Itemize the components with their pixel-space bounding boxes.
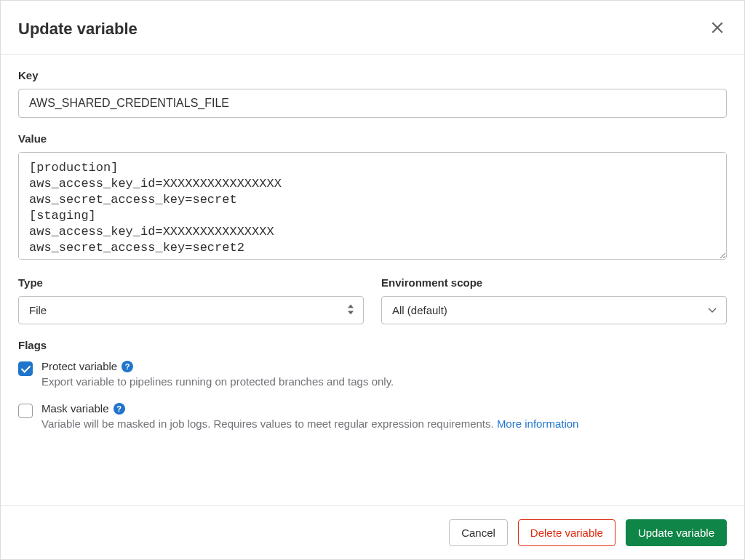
- scope-select-wrapper: All (default): [381, 296, 727, 324]
- close-button[interactable]: [708, 18, 727, 39]
- mask-checkbox[interactable]: [18, 404, 33, 418]
- type-select[interactable]: File: [18, 296, 364, 324]
- value-group: Value [production] aws_access_key_id=XXX…: [18, 132, 727, 262]
- type-select-wrapper: File: [18, 296, 364, 324]
- mask-label: Mask variable: [41, 402, 109, 415]
- flags-group: Flags Protect variable ? Export variable…: [18, 339, 727, 430]
- update-variable-modal: Update variable Key Value [production] a…: [0, 0, 745, 560]
- mask-content: Mask variable ? Variable will be masked …: [41, 402, 727, 430]
- flags-label: Flags: [18, 339, 727, 351]
- type-scope-row: Type File Environment scope All (default…: [18, 276, 727, 339]
- protect-row: Protect variable ? Export variable to pi…: [18, 360, 727, 388]
- scope-group: Environment scope All (default): [381, 276, 727, 324]
- help-icon[interactable]: ?: [113, 403, 125, 415]
- value-textarea[interactable]: [production] aws_access_key_id=XXXXXXXXX…: [18, 152, 727, 260]
- protect-label-wrap: Protect variable ?: [41, 360, 133, 372]
- protect-content: Protect variable ? Export variable to pi…: [41, 360, 727, 388]
- key-group: Key: [18, 69, 727, 118]
- delete-button[interactable]: Delete variable: [518, 519, 615, 546]
- mask-desc: Variable will be masked in job logs. Req…: [41, 417, 727, 430]
- mask-desc-text: Variable will be masked in job logs. Req…: [41, 417, 497, 430]
- key-input[interactable]: [18, 89, 727, 118]
- modal-footer: Cancel Delete variable Update variable: [1, 505, 744, 559]
- type-label: Type: [18, 276, 364, 289]
- close-icon: [711, 21, 724, 36]
- protect-desc: Export variable to pipelines running on …: [41, 375, 727, 388]
- key-label: Key: [18, 69, 727, 81]
- update-button[interactable]: Update variable: [626, 519, 727, 546]
- modal-header: Update variable: [1, 1, 744, 55]
- mask-row: Mask variable ? Variable will be masked …: [18, 402, 727, 430]
- protect-checkbox[interactable]: [18, 361, 33, 376]
- scope-select[interactable]: All (default): [381, 296, 727, 324]
- more-info-link[interactable]: More information: [497, 417, 579, 430]
- modal-body: Key Value [production] aws_access_key_id…: [1, 55, 744, 505]
- cancel-button[interactable]: Cancel: [449, 519, 508, 546]
- value-label: Value: [18, 132, 727, 145]
- mask-label-wrap: Mask variable ?: [41, 402, 125, 415]
- protect-label: Protect variable: [41, 360, 117, 372]
- modal-title: Update variable: [18, 20, 138, 39]
- type-group: Type File: [18, 276, 364, 324]
- scope-label: Environment scope: [381, 276, 727, 289]
- help-icon[interactable]: ?: [121, 361, 133, 372]
